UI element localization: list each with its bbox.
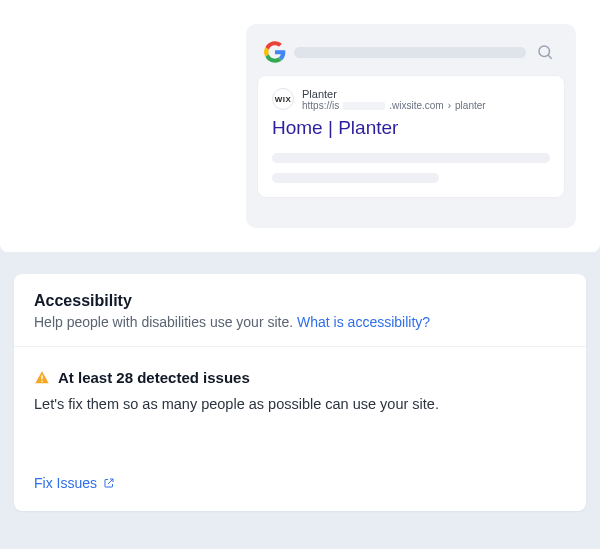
serp-snippet-line [272,153,550,163]
site-favicon: WIX [272,88,294,110]
serp-search-placeholder [294,47,526,58]
accessibility-subtitle-text: Help people with disabilities use your s… [34,314,293,330]
google-logo-icon [264,41,286,63]
serp-url-masked [343,102,385,110]
accessibility-learn-more-link[interactable]: What is accessibility? [297,314,430,330]
serp-snippet-line [272,173,439,183]
serp-preview-card: WIX Planter https://is.wixsite.com › pla… [246,24,576,228]
svg-point-0 [539,46,550,57]
accessibility-issue-desc: Let's fix them so as many people as poss… [34,396,566,412]
external-link-icon [103,477,115,489]
warning-icon [34,370,50,386]
fix-issues-link[interactable]: Fix Issues [34,475,115,491]
fix-issues-label: Fix Issues [34,475,97,491]
serp-url-suffix: .wixsite.com [389,100,443,111]
favicon-label: WIX [275,95,292,104]
svg-rect-2 [41,375,42,379]
serp-result-header: WIX Planter https://is.wixsite.com › pla… [272,88,550,111]
serp-site-meta: Planter https://is.wixsite.com › planter [302,88,486,111]
accessibility-title: Accessibility [34,292,566,310]
accessibility-issue-title: At least 28 detected issues [58,369,250,386]
serp-url-separator: › [448,100,451,111]
panel-gap [0,252,600,274]
seo-preview-panel: WIX Planter https://is.wixsite.com › pla… [0,0,600,252]
accessibility-issue-row: At least 28 detected issues [34,369,566,386]
serp-result-card: WIX Planter https://is.wixsite.com › pla… [258,76,564,197]
accessibility-footer: Fix Issues [14,467,586,511]
serp-result-title: Home | Planter [272,117,550,139]
serp-url-path: planter [455,100,486,111]
serp-url-prefix: https://is [302,100,339,111]
svg-rect-3 [41,380,42,381]
accessibility-header: Accessibility Help people with disabilit… [14,274,586,347]
accessibility-body: At least 28 detected issues Let's fix th… [14,347,586,467]
accessibility-subtitle: Help people with disabilities use your s… [34,314,566,330]
serp-site-url: https://is.wixsite.com › planter [302,100,486,111]
svg-line-1 [548,55,552,59]
serp-site-name: Planter [302,88,486,100]
search-icon [536,43,554,61]
serp-search-row [258,34,564,70]
accessibility-panel: Accessibility Help people with disabilit… [14,274,586,511]
